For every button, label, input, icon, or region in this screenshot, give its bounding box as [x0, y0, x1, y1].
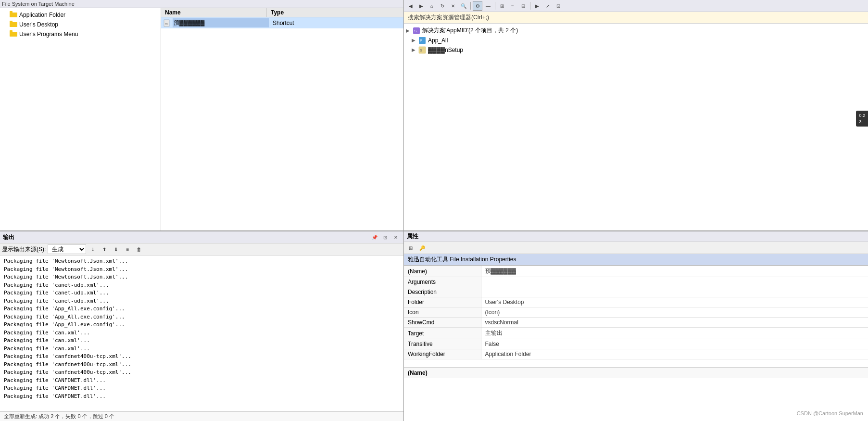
file-list-body: sc 预▓▓▓▓▓▓ Shortcut — [161, 17, 403, 230]
col-name-header[interactable]: Name — [161, 8, 267, 17]
toolbar-config-btn[interactable]: ⊡ — [554, 1, 563, 11]
output-close-btn[interactable]: ✕ — [391, 232, 401, 242]
solution-item-app-all[interactable]: ▶ P App_All — [404, 36, 868, 45]
floating-indicator: 0.2 3. — [856, 111, 868, 127]
props-header-label: 属性 — [407, 233, 418, 240]
props-categorized-btn[interactable]: ⊞ — [406, 243, 415, 253]
toolbar-run-btn[interactable]: ▶ — [532, 1, 542, 11]
output-source-select[interactable]: 生成 — [48, 244, 86, 254]
solution-item-setup-label: ▓▓▓▓nSetup — [428, 47, 463, 53]
output-line-16: Packaging file 'CANFDNET.dll'... — [4, 377, 400, 385]
app-all-expand-icon: ▶ — [412, 38, 417, 43]
left-panel-content: Application Folder User's Desktop User's… — [0, 8, 403, 230]
solution-expand-icon: ▶ — [406, 28, 412, 34]
prop-row-arguments[interactable]: Arguments — [404, 277, 868, 287]
main-container: File System on Target Machine Applicatio… — [0, 0, 868, 421]
col-type-header[interactable]: Type — [267, 8, 403, 17]
output-line-3: Packaging file 'Newtonsoft.Json.xml'... — [4, 273, 400, 281]
toolbar-sep-2 — [495, 2, 495, 10]
props-table: (Name) 预▓▓▓▓▓▓ Arguments Description Fol… — [404, 266, 868, 359]
output-line-10: Packaging file 'can.xml'... — [4, 329, 400, 337]
file-row[interactable]: sc 预▓▓▓▓▓▓ Shortcut — [161, 17, 403, 28]
prop-description-key: Description — [404, 287, 481, 297]
toolbar-dash-btn[interactable]: — — [483, 1, 493, 11]
prop-description-value — [481, 287, 868, 297]
toolbar-refresh-btn[interactable]: ↻ — [438, 1, 447, 11]
props-title-row: 雅迅自动化工具 File Installation Properties — [404, 254, 868, 266]
svg-rect-4 — [10, 32, 17, 37]
props-tool-title: 雅迅自动化工具 File Installation Properties — [408, 256, 516, 263]
prop-workingfolder-key: WorkingFolder — [404, 349, 481, 359]
output-line-4: Packaging file 'canet-udp.xml'... — [4, 281, 400, 290]
file-type-cell: Shortcut — [269, 19, 403, 27]
output-line-14: Packaging file 'canfdnet400u-tcp.xml'... — [4, 361, 400, 369]
prop-icon-key: Icon — [404, 307, 481, 318]
output-line-18: Packaging file 'CANFDNET.dll'... — [4, 393, 400, 401]
solution-search-label: 搜索解决方案资源管理器(Ctrl+;) — [408, 14, 489, 21]
tree-item-users-desktop[interactable]: User's Desktop — [0, 20, 161, 29]
app-all-icon: P — [418, 37, 426, 44]
prop-workingfolder-value: Application Folder — [481, 349, 868, 359]
file-name-cell: 预▓▓▓▓▓▓ — [173, 18, 269, 27]
output-line-11: Packaging file 'can.xml'... — [4, 337, 400, 345]
output-clear-btn[interactable]: 🗑 — [134, 244, 144, 254]
svg-rect-2 — [10, 22, 17, 27]
prop-name-value: 预▓▓▓▓▓▓ — [481, 266, 868, 277]
props-alpha-btn[interactable]: 🔑 — [417, 243, 427, 253]
toolbar-home-btn[interactable]: ⌂ — [427, 1, 437, 11]
output-title: 输出 — [3, 233, 14, 242]
prop-target-value: 主输出 — [481, 328, 868, 339]
toolbar-forward-btn[interactable]: ▶ — [416, 1, 426, 11]
watermark-text: CSDN @Cartoon SuperMan — [797, 410, 863, 416]
output-pin-btn[interactable]: 📌 — [370, 232, 379, 242]
folder-icon — [10, 11, 17, 19]
output-float-btn[interactable]: ⊡ — [380, 232, 390, 242]
props-toolbar: ⊞ 🔑 — [404, 242, 868, 254]
output-line-17: Packaging file 'CANFDNET.dll'... — [4, 384, 400, 393]
prop-row-showcmd[interactable]: ShowCmd vsdscNormal — [404, 318, 868, 328]
output-scroll-down-btn[interactable]: ⬇ — [111, 244, 121, 254]
solution-item-setup[interactable]: ▶ S ▓▓▓▓nSetup — [404, 45, 868, 55]
solution-explorer-panel: ◀ ▶ ⌂ ↻ ✕ 🔍 ⚙ — ⊞ ≡ ⊟ ▶ ↗ ⊡ 搜索解决方案资源管理器(… — [404, 0, 868, 230]
toolbar-list-btn[interactable]: ≡ — [508, 1, 517, 11]
toolbar-detail-btn[interactable]: ⊟ — [518, 1, 528, 11]
prop-row-target[interactable]: Target 主输出 — [404, 328, 868, 339]
props-body: (Name) 预▓▓▓▓▓▓ Arguments Description Fol… — [404, 266, 868, 421]
toolbar-stop-btn[interactable]: ✕ — [448, 1, 458, 11]
prop-row-description[interactable]: Description — [404, 287, 868, 297]
output-word-wrap-btn[interactable]: ≡ — [123, 244, 132, 254]
bottom-section: 输出 📌 ⊡ ✕ 显示输出来源(S): 生成 ⤓ ⬆ ⬇ ≡ 🗑 Packa — [0, 231, 868, 421]
solution-root-item[interactable]: ▶ S 解决方案'AppMID'(2 个项目，共 2 个) — [404, 26, 868, 36]
properties-panel: 属性 ⊞ 🔑 雅迅自动化工具 File Installation Propert… — [404, 231, 868, 421]
toolbar-back-btn[interactable]: ◀ — [406, 1, 415, 11]
output-line-5: Packaging file 'canet-udp.xml'... — [4, 289, 400, 297]
toolbar-sep-3 — [530, 2, 530, 10]
tree-item-users-programs[interactable]: User's Programs Menu — [0, 29, 161, 39]
output-scroll-end-btn[interactable]: ⤓ — [88, 244, 98, 254]
prop-row-icon[interactable]: Icon (Icon) — [404, 307, 868, 318]
prop-row-transitive[interactable]: Transitive False — [404, 339, 868, 349]
toolbar-grid-btn[interactable]: ⊞ — [497, 1, 507, 11]
prop-transitive-value: False — [481, 339, 868, 349]
toolbar-search-btn[interactable]: 🔍 — [459, 1, 468, 11]
solution-search-bar[interactable]: 搜索解决方案资源管理器(Ctrl+;) — [404, 12, 868, 24]
output-panel: 输出 📌 ⊡ ✕ 显示输出来源(S): 生成 ⤓ ⬆ ⬇ ≡ 🗑 Packa — [0, 231, 404, 421]
file-list-header: Name Type — [161, 8, 403, 17]
prop-folder-value: User's Desktop — [481, 297, 868, 307]
svg-text:sc: sc — [165, 22, 168, 25]
output-line-9: Packaging file 'App_All.exe.config'... — [4, 321, 400, 329]
output-toolbar: 显示输出来源(S): 生成 ⤓ ⬆ ⬇ ≡ 🗑 — [0, 243, 403, 255]
toolbar-export-btn[interactable]: ↗ — [543, 1, 553, 11]
output-scroll-up-btn[interactable]: ⬆ — [100, 244, 109, 254]
output-header: 输出 📌 ⊡ ✕ — [0, 231, 403, 243]
toolbar-properties-btn[interactable]: ⚙ — [473, 1, 482, 11]
file-list: Name Type sc 预▓▓▓▓▓▓ Shortcut — [161, 8, 403, 230]
prop-row-workingfolder[interactable]: WorkingFolder Application Folder — [404, 349, 868, 359]
svg-rect-3 — [10, 21, 13, 23]
prop-row-name[interactable]: (Name) 预▓▓▓▓▓▓ — [404, 266, 868, 277]
folder-icon-desktop — [10, 21, 17, 28]
svg-text:P: P — [420, 39, 422, 42]
prop-row-folder[interactable]: Folder User's Desktop — [404, 297, 868, 307]
tree-item-application-folder[interactable]: Application Folder — [0, 10, 161, 20]
prop-icon-value: (Icon) — [481, 307, 868, 318]
